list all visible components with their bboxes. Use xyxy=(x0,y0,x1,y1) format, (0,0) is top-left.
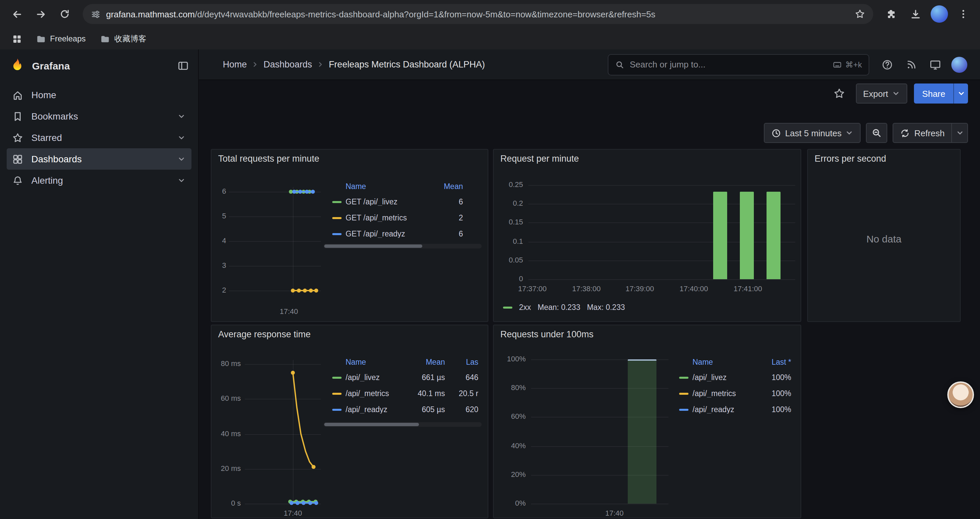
search-icon xyxy=(615,60,624,69)
sidebar-item-dashboards[interactable]: Dashboards xyxy=(7,148,191,170)
y-tick-label: 80% xyxy=(496,383,526,391)
series-point xyxy=(292,190,296,194)
gridline xyxy=(528,260,795,261)
site-settings-icon[interactable] xyxy=(91,9,101,19)
bookmark-star-icon[interactable] xyxy=(854,9,865,19)
forward-button[interactable] xyxy=(29,3,52,26)
legend-scrollbar[interactable] xyxy=(323,422,482,427)
zoom-out-time-button[interactable] xyxy=(866,123,888,143)
legend-series-name[interactable]: /api/_metrics xyxy=(692,390,751,398)
legend-row[interactable]: /api/_livez100% xyxy=(674,369,794,385)
breadcrumb-home[interactable]: Home xyxy=(223,59,247,69)
kiosk-mode-button[interactable] xyxy=(925,54,945,75)
share-dropdown-button[interactable] xyxy=(953,83,968,104)
downloads-button[interactable] xyxy=(904,3,927,26)
sidebar-item-label: Dashboards xyxy=(31,153,82,164)
sidebar-item-alerting[interactable]: Alerting xyxy=(7,170,191,191)
share-button[interactable]: Share xyxy=(914,83,953,104)
legend-series-name[interactable]: GET /api/_livez xyxy=(345,198,423,206)
gridline xyxy=(528,204,795,204)
profile-button[interactable] xyxy=(928,3,951,26)
bookmark-label: Freeleaps xyxy=(50,34,86,43)
legend-series-name[interactable]: /api/_readyz xyxy=(345,406,406,414)
help-button[interactable] xyxy=(877,54,897,75)
reload-button[interactable] xyxy=(53,3,76,26)
breadcrumb-dashboards[interactable]: Dashboards xyxy=(264,59,312,69)
y-tick-label: 3 xyxy=(212,261,226,269)
legend-series-name[interactable]: 2xx xyxy=(519,303,531,311)
legend-scrollbar[interactable] xyxy=(323,244,482,249)
reload-icon xyxy=(59,9,70,19)
brand-row: Grafana xyxy=(0,50,198,81)
back-icon xyxy=(11,8,22,20)
monitor-icon xyxy=(929,58,941,70)
user-menu-button[interactable] xyxy=(949,54,969,75)
chevron-down-icon[interactable] xyxy=(177,176,186,185)
caret-down-icon xyxy=(892,89,900,97)
floating-assistant-avatar[interactable] xyxy=(947,382,974,408)
series-color-icon xyxy=(332,376,342,378)
legend-series-name[interactable]: /api/_metrics xyxy=(345,390,406,398)
sidebar-item-home[interactable]: Home xyxy=(7,84,191,105)
news-button[interactable] xyxy=(901,54,921,75)
scrollbar-thumb[interactable] xyxy=(324,244,422,248)
favorite-dashboard-button[interactable] xyxy=(829,83,849,104)
panel-average-response-time: Average response time 80 ms60 ms40 ms20 … xyxy=(211,325,488,518)
bookmark-folder-freeleaps[interactable]: Freeleaps xyxy=(32,32,90,46)
side-panel-button[interactable] xyxy=(8,30,25,48)
series-point xyxy=(314,501,318,505)
chevron-down-icon[interactable] xyxy=(177,112,186,121)
legend-series-name[interactable]: /api/_readyz xyxy=(692,406,751,414)
legend-row[interactable]: /api/_readyz100% xyxy=(674,401,794,417)
legend-series-name[interactable]: GET /api/_metrics xyxy=(345,214,423,222)
legend-row[interactable]: /api/_readyz605 µs620 xyxy=(323,401,482,417)
time-range-picker[interactable]: Last 5 minutes xyxy=(764,123,861,143)
sidebar-toggle-icon[interactable] xyxy=(177,60,189,71)
legend-row[interactable]: /api/_metrics40.1 ms20.5 r xyxy=(323,385,482,401)
legend-row[interactable]: /api/_metrics100% xyxy=(674,385,794,401)
grafana-navbar: Home Dashboards Freeleaps Metrics Dashbo… xyxy=(199,50,980,80)
legend-value: 6 xyxy=(423,198,463,206)
sidebar-item-bookmarks[interactable]: Bookmarks xyxy=(7,105,191,127)
search-input[interactable]: Search or jump to... ⌘+k xyxy=(608,54,869,75)
caret-down-icon xyxy=(846,129,854,137)
legend-series-name[interactable]: GET /api/_readyz xyxy=(345,230,423,238)
browser-menu-button[interactable] xyxy=(952,3,975,26)
url-text[interactable]: grafana.mathmast.com/d/deytv4rwavabkb/fr… xyxy=(106,9,849,19)
sidebar-item-starred[interactable]: Starred xyxy=(7,127,191,148)
refresh-button[interactable]: Refresh xyxy=(893,123,952,143)
series-point xyxy=(290,501,294,505)
grafana-logo-icon[interactable] xyxy=(10,57,25,73)
gridline xyxy=(528,223,795,224)
legend-row[interactable]: GET /api/_readyz6 xyxy=(323,226,482,242)
panel-title[interactable]: Errors per second xyxy=(815,153,886,164)
refresh-interval-dropdown[interactable] xyxy=(952,123,968,143)
extensions-button[interactable] xyxy=(880,3,903,26)
series-color-icon xyxy=(332,393,342,394)
legend-row[interactable]: GET /api/_metrics2 xyxy=(323,210,482,226)
y-tick-label: 40% xyxy=(496,441,526,449)
legend-row[interactable]: /api/_livez661 µs646 xyxy=(323,369,482,385)
bookmark-folder-blogs[interactable]: 收藏博客 xyxy=(96,31,150,46)
legend-series-name[interactable]: /api/_livez xyxy=(692,374,751,382)
series-color-icon xyxy=(332,409,342,410)
url-bar[interactable]: grafana.mathmast.com/d/deytv4rwavabkb/fr… xyxy=(83,4,873,24)
bar xyxy=(740,192,754,279)
legend-2xx[interactable]: 2xx Mean: 0.233 Max: 0.233 xyxy=(503,303,625,311)
series-color-icon xyxy=(679,376,689,378)
back-button[interactable] xyxy=(5,3,28,26)
y-tick-label: 0.05 xyxy=(494,256,523,264)
chevron-down-icon[interactable] xyxy=(177,133,186,142)
scrollbar-thumb[interactable] xyxy=(324,423,419,426)
legend-total-requests: NameMeanGET /api/_livez6GET /api/_metric… xyxy=(323,179,482,242)
chevron-down-icon[interactable] xyxy=(177,154,186,164)
export-button[interactable]: Export xyxy=(856,83,907,104)
legend-value: 646 xyxy=(445,374,478,382)
legend-row[interactable]: GET /api/_livez6 xyxy=(323,194,482,210)
legend-header-row: NameLast * xyxy=(674,355,794,369)
legend-series-name[interactable]: /api/_livez xyxy=(345,374,406,382)
y-tick-label: 0 xyxy=(494,275,523,283)
extensions-puzzle-icon xyxy=(886,9,897,19)
gridline xyxy=(229,266,321,267)
panel-request-per-minute: Request per minute 0.250.20.150.10.05017… xyxy=(493,149,801,322)
